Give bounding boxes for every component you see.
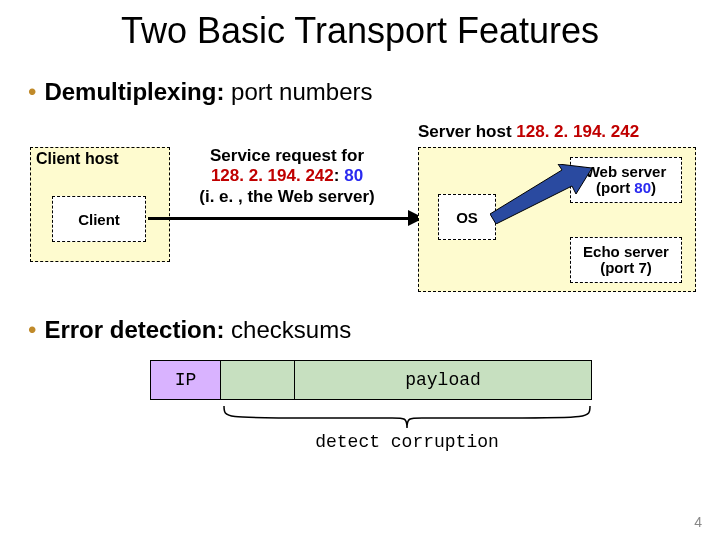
- bullet-error: •Error detection: checksums: [28, 316, 351, 344]
- packet-diagram: IP payload: [150, 360, 592, 400]
- server-host-prefix: Server host: [418, 122, 516, 141]
- os-box: OS: [438, 194, 496, 240]
- echo-server-box: Echo server (port 7): [570, 237, 682, 283]
- packet-header-cell: [221, 361, 295, 399]
- web-server-port: (port 80): [596, 180, 656, 196]
- slide: Two Basic Transport Features •Demultiple…: [0, 0, 720, 540]
- slide-title: Two Basic Transport Features: [0, 10, 720, 52]
- client-host-text: Client host: [36, 150, 119, 168]
- detect-corruption-label: detect corruption: [220, 432, 594, 452]
- page-number: 4: [694, 514, 702, 530]
- arrow-os-to-webserver-icon: [490, 164, 592, 224]
- echo-server-name: Echo server: [583, 244, 669, 260]
- packet-ip-cell: IP: [151, 361, 221, 399]
- packet-payload-cell: payload: [295, 361, 591, 399]
- service-request-text: Service request for 128. 2. 194. 242: 80…: [182, 146, 392, 207]
- client-box: Client: [52, 196, 146, 242]
- svc-line1: Service request for: [210, 146, 364, 165]
- svc-line3: (i. e. , the Web server): [199, 187, 374, 206]
- server-host-ip: 128. 2. 194. 242: [516, 122, 639, 141]
- bullet-dot-icon: •: [28, 316, 36, 343]
- bullet-demux-lead: Demultiplexing:: [44, 78, 224, 105]
- bullet-demux-tail: port numbers: [224, 78, 372, 105]
- arrow-client-to-os-icon: [148, 217, 422, 220]
- bullet-demux: •Demultiplexing: port numbers: [28, 78, 373, 106]
- bullet-dot-icon: •: [28, 78, 36, 105]
- server-host-label: Server host 128. 2. 194. 242: [418, 122, 639, 142]
- web-server-name: Web server: [586, 164, 667, 180]
- svc-ip: 128. 2. 194. 242: [211, 166, 334, 185]
- svg-marker-0: [490, 164, 592, 224]
- bullet-error-lead: Error detection:: [44, 316, 224, 343]
- echo-server-port: (port 7): [600, 260, 652, 276]
- bullet-error-tail: checksums: [224, 316, 351, 343]
- svc-port: 80: [344, 166, 363, 185]
- brace-icon: [222, 404, 592, 430]
- svc-colon: :: [334, 166, 344, 185]
